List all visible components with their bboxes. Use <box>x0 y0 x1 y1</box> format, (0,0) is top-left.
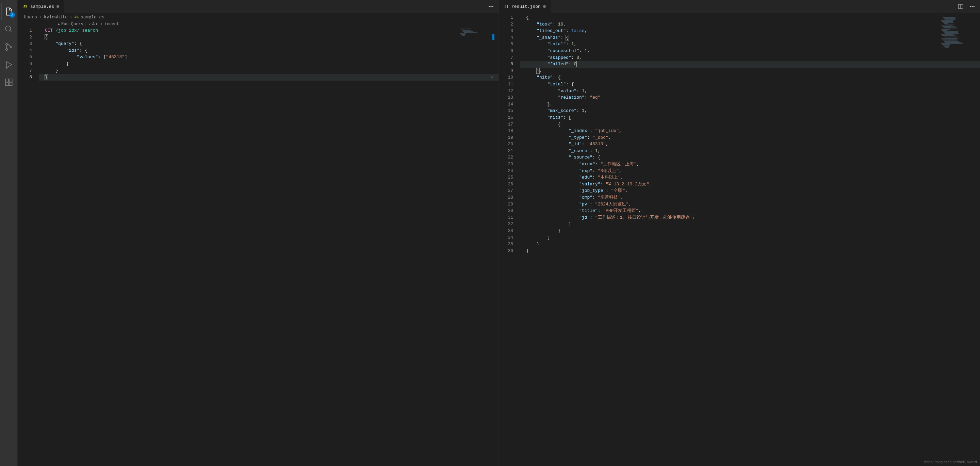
svg-point-10 <box>491 6 492 7</box>
editor-group-left: JS sample.es Users › kylewhite › JS samp… <box>18 0 499 466</box>
svg-rect-6 <box>9 79 12 82</box>
source-control-icon[interactable] <box>1 39 17 55</box>
dirty-indicator-icon <box>543 5 546 8</box>
play-icon: ▶ <box>58 22 60 26</box>
scroll-decoration <box>492 34 495 40</box>
explorer-icon[interactable]: 2 <box>1 3 17 20</box>
run-debug-icon[interactable] <box>1 56 17 73</box>
breadcrumb[interactable]: Users › kylewhite › JS sample.es <box>18 13 498 21</box>
code-editor-right[interactable]: 1234567891011121314151617181920212223242… <box>499 14 980 466</box>
breadcrumb-segment[interactable]: sample.es <box>81 14 105 20</box>
svg-point-9 <box>489 6 490 7</box>
bolt-icon: ⚡ <box>89 22 91 27</box>
chevron-right-icon: › <box>70 14 73 20</box>
tab-title: result.json <box>511 4 541 9</box>
code-content-left[interactable]: GET /job_idx/_search{ "query": { "ids": … <box>39 27 498 466</box>
codelens-run-query[interactable]: Run Query <box>61 22 83 27</box>
js-file-icon: JS <box>22 5 28 9</box>
codelens-auto-indent[interactable]: Auto indent <box>92 22 119 27</box>
editor-group-right: {} result.json 1234567891011121314151617… <box>499 0 980 466</box>
explorer-badge: 2 <box>10 12 15 17</box>
gutter-right: 1234567891011121314151617181920212223242… <box>499 14 520 466</box>
svg-rect-7 <box>5 83 8 86</box>
code-editor-left[interactable]: 12345678 GET /job_idx/_search{ "query": … <box>18 27 498 466</box>
gutter-left: 12345678 <box>18 27 39 466</box>
json-file-icon: {} <box>504 5 509 9</box>
svg-point-1 <box>5 43 7 45</box>
svg-point-11 <box>492 6 493 7</box>
svg-rect-8 <box>9 83 12 86</box>
watermark-text: https://blog.csdn.net/hell_oword <box>924 460 977 464</box>
chevron-right-icon: › <box>39 14 42 20</box>
svg-point-2 <box>5 49 7 50</box>
tab-title: sample.es <box>30 4 54 9</box>
svg-point-0 <box>5 26 11 31</box>
paragraph-mark-icon: ¶ <box>491 76 494 82</box>
tab-result-json[interactable]: {} result.json <box>499 0 551 13</box>
codelens-bar: ▶ Run Query | ⚡ Auto indent <box>18 21 498 27</box>
svg-point-13 <box>970 6 971 7</box>
tab-sample-es[interactable]: JS sample.es <box>18 0 64 13</box>
svg-rect-5 <box>5 79 8 82</box>
editor-area: JS sample.es Users › kylewhite › JS samp… <box>18 0 980 466</box>
breadcrumb-segment[interactable]: kylewhite <box>44 14 68 20</box>
code-content-right[interactable]: { "took": 10, "timed_out": false, "_shar… <box>520 14 980 466</box>
tab-bar-left: JS sample.es <box>18 0 498 13</box>
tab-bar-right: {} result.json <box>499 0 980 13</box>
split-editor-icon[interactable] <box>956 2 965 11</box>
editor-more-actions-icon[interactable] <box>487 2 495 11</box>
breadcrumb-segment[interactable]: Users <box>24 14 37 20</box>
svg-point-15 <box>974 6 974 7</box>
extensions-icon[interactable] <box>1 74 17 91</box>
js-file-icon: JS <box>75 15 79 19</box>
dirty-indicator-icon <box>56 5 59 8</box>
svg-point-14 <box>972 6 972 7</box>
activity-bar: 2 <box>0 0 18 466</box>
editor-more-actions-icon[interactable] <box>968 2 976 11</box>
search-icon[interactable] <box>1 21 17 37</box>
svg-point-3 <box>10 46 11 48</box>
